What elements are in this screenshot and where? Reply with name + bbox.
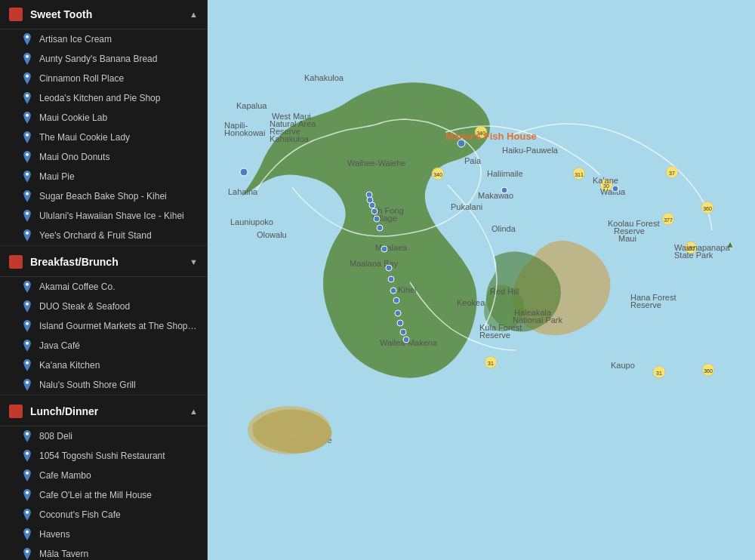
svg-text:Kaupo: Kaupo xyxy=(611,361,635,370)
section-header-breakfast[interactable]: Breakfast/Brunch ▼ xyxy=(0,248,207,277)
list-item[interactable]: Maui Pie xyxy=(0,167,207,186)
section-header-sweet-tooth[interactable]: Sweet Tooth ▲ xyxy=(0,0,207,29)
svg-point-7 xyxy=(26,173,29,176)
list-item[interactable]: Island Gourmet Markets at The Shops of W… xyxy=(0,316,207,336)
svg-text:Makawao: Makawao xyxy=(478,191,513,200)
list-item[interactable]: Māla Tavern xyxy=(0,544,207,560)
svg-text:Lahaina: Lahaina xyxy=(228,187,258,196)
svg-text:31: 31 xyxy=(656,371,662,376)
svg-point-114 xyxy=(612,186,618,192)
svg-point-16 xyxy=(26,381,29,384)
svg-point-3 xyxy=(26,94,29,97)
svg-text:Ka'ane: Ka'ane xyxy=(593,176,618,185)
list-item[interactable]: Java Café xyxy=(0,336,207,355)
svg-point-13 xyxy=(26,322,29,325)
svg-rect-29 xyxy=(208,0,755,560)
svg-point-105 xyxy=(388,276,394,282)
chevron-sweet-tooth: ▲ xyxy=(190,10,198,19)
svg-point-111 xyxy=(403,337,409,343)
sweet-tooth-list: Artisan Ice Cream Aunty Sandy's Banana B… xyxy=(0,29,207,245)
svg-text:Paia: Paia xyxy=(464,156,482,165)
svg-text:Launiupoko: Launiupoko xyxy=(230,217,273,226)
list-item[interactable]: Leoda's Kitchen and Pie Shop xyxy=(0,88,207,108)
svg-point-2 xyxy=(26,75,29,78)
category-lunch: 808 Deli 1054 Togoshi Sushi Restaurant C… xyxy=(0,426,207,560)
category-sweet-tooth: Artisan Ice Cream Aunty Sandy's Banana B… xyxy=(0,29,207,246)
svg-text:Kihei: Kihei xyxy=(398,285,416,294)
svg-point-99 xyxy=(369,202,375,208)
svg-point-12 xyxy=(26,303,29,306)
svg-point-19 xyxy=(26,472,29,475)
svg-point-4 xyxy=(26,114,29,117)
svg-text:Waihee-Waiehe: Waihee-Waiehe xyxy=(347,158,405,168)
svg-point-6 xyxy=(26,153,29,156)
map-svg: 340 340 311 30 37 377 377 360 360 31 31 … xyxy=(208,0,755,560)
svg-text:National Park: National Park xyxy=(513,315,563,325)
list-item[interactable]: Ka'ana Kitchen xyxy=(0,355,207,375)
section-color-lunch xyxy=(9,405,23,418)
list-item[interactable]: Cafe O'Lei at the Mill House xyxy=(0,485,207,505)
svg-text:360: 360 xyxy=(704,368,713,374)
chevron-lunch: ▲ xyxy=(190,407,198,416)
list-item[interactable]: Sugar Beach Bake Shop - Kihei xyxy=(0,186,207,206)
svg-text:37: 37 xyxy=(669,171,675,176)
list-item[interactable]: Nalu's South Shore Grill xyxy=(0,375,207,395)
svg-text:Red Hill: Red Hill xyxy=(490,287,519,296)
svg-text:Haiku-Pauwela: Haiku-Pauwela xyxy=(502,146,559,155)
section-header-lunch[interactable]: Lunch/Dinner ▲ xyxy=(0,397,207,426)
list-item[interactable]: Ululani's Hawaiian Shave Ice - Kihei xyxy=(0,206,207,226)
svg-point-101 xyxy=(374,216,380,222)
svg-point-106 xyxy=(390,288,396,294)
section-color-sweet-tooth xyxy=(9,8,23,21)
list-item[interactable]: Coconut's Fish Cafe xyxy=(0,505,207,525)
svg-point-1 xyxy=(26,55,29,58)
list-item[interactable]: 1054 Togoshi Sushi Restaurant xyxy=(0,446,207,466)
section-title-breakfast: Breakfast/Brunch xyxy=(30,256,190,268)
svg-text:31: 31 xyxy=(488,361,494,366)
list-item[interactable]: Maui Cookie Lab xyxy=(0,108,207,128)
svg-point-9 xyxy=(26,212,29,215)
svg-text:Honokowai: Honokowai xyxy=(224,128,265,137)
svg-point-96 xyxy=(240,168,248,176)
list-item[interactable]: Cafe Mambo xyxy=(0,466,207,485)
section-color-breakfast xyxy=(9,255,23,269)
section-title-sweet-tooth: Sweet Tooth xyxy=(30,8,190,20)
svg-point-15 xyxy=(26,362,29,365)
list-item[interactable]: Havens xyxy=(0,525,207,544)
list-item[interactable]: Aunty Sandy's Banana Bread xyxy=(0,49,207,69)
svg-point-8 xyxy=(26,192,29,195)
svg-point-18 xyxy=(26,452,29,455)
svg-text:Olowalu: Olowalu xyxy=(257,230,287,239)
svg-text:Reserve: Reserve xyxy=(479,331,510,340)
map-container[interactable]: 340 340 311 30 37 377 377 360 360 31 31 … xyxy=(208,0,755,560)
list-item[interactable]: Akamai Coffee Co. xyxy=(0,277,207,297)
svg-point-108 xyxy=(395,310,401,316)
svg-text:377: 377 xyxy=(664,217,673,223)
breakfast-list: Akamai Coffee Co. DUO Steak & Seafood Is… xyxy=(0,277,207,395)
list-item[interactable]: Cinnamon Roll Place xyxy=(0,69,207,88)
svg-text:Keokea: Keokea xyxy=(457,298,485,307)
svg-text:311: 311 xyxy=(575,172,584,177)
svg-point-14 xyxy=(26,342,29,345)
svg-point-10 xyxy=(26,232,29,235)
svg-point-107 xyxy=(393,297,399,303)
svg-text:State Park: State Park xyxy=(674,251,713,260)
list-item[interactable]: Yee's Orchard & Fruit Stand xyxy=(0,226,207,245)
list-item[interactable]: Artisan Ice Cream xyxy=(0,29,207,49)
svg-point-112 xyxy=(458,140,465,147)
chevron-breakfast: ▼ xyxy=(190,257,198,266)
list-item[interactable]: The Maui Cookie Lady xyxy=(0,128,207,147)
svg-point-20 xyxy=(26,491,29,494)
list-item[interactable]: Maui Ono Donuts xyxy=(0,147,207,167)
category-breakfast: Akamai Coffee Co. DUO Steak & Seafood Is… xyxy=(0,277,207,395)
svg-text:Maalaea: Maalaea xyxy=(375,243,408,252)
list-item[interactable]: 808 Deli xyxy=(0,426,207,446)
svg-point-23 xyxy=(26,550,29,553)
svg-text:Olinda: Olinda xyxy=(492,224,516,233)
list-item[interactable]: DUO Steak & Seafood xyxy=(0,297,207,316)
svg-text:Haliimaile: Haliimaile xyxy=(487,169,523,178)
svg-point-113 xyxy=(501,187,507,193)
section-title-lunch: Lunch/Dinner xyxy=(30,405,190,417)
svg-point-17 xyxy=(26,432,29,435)
sidebar: Sweet Tooth ▲ Artisan Ice Cream Aunty Sa… xyxy=(0,0,208,560)
